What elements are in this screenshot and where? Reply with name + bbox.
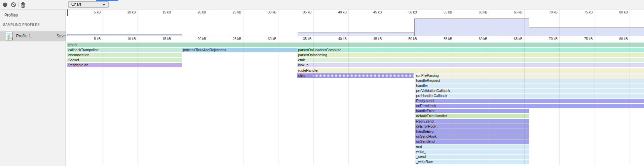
flame-bar[interactable]: lookup (297, 63, 644, 67)
flame-bar[interactable]: parserOnIncoming (297, 53, 644, 57)
flame-bar[interactable]: end (415, 144, 529, 149)
flame-bar-label: _writeRaw (416, 160, 433, 164)
ruler-tick-label: 15 kB (146, 37, 171, 41)
ruler-tick-label: 45 kB (356, 10, 382, 14)
ruler-tick-label: 75 kB (567, 37, 593, 41)
devtools-memory-panel: Chart Profiles SAMPLING PROFILES % (0, 0, 644, 166)
ruler-tick-label: 60 kB (462, 37, 487, 41)
ruler-tick-label: 5 kB (75, 37, 101, 41)
profiles-sidebar: Profiles SAMPLING PROFILES % Profile 1 S… (0, 9, 66, 166)
ruler-tick-label: 50 kB (391, 10, 417, 14)
ruler-tick-label: 70 kB (532, 37, 558, 41)
flame-bar[interactable]: emit (297, 58, 644, 62)
flame-bar[interactable]: preValidationCallback (415, 89, 644, 93)
sampling-profiles-section-label: SAMPLING PROFILES (3, 23, 40, 27)
profile-item-selected[interactable]: % Profile 1 Save (0, 31, 66, 41)
flame-bar[interactable]: handleError (415, 129, 529, 134)
ruler-tick-label: 30 kB (251, 10, 276, 14)
flame-bar[interactable]: (root) (67, 43, 644, 47)
ruler-tick-label: 45 kB (356, 37, 382, 41)
flame-bar[interactable]: child (297, 73, 414, 78)
flame-bar[interactable]: processTicksAndRejections (182, 48, 297, 52)
clear-all-button[interactable] (10, 1, 18, 8)
sidebar-divider (66, 9, 66, 166)
ruler-tick-label: 75 kB (567, 10, 593, 14)
ruler-tick-label: 10 kB (110, 37, 136, 41)
ruler-tick-label: 10 kB (110, 10, 136, 14)
chevron-down-icon (103, 4, 105, 6)
ruler-tick-label: 20 kB (181, 10, 206, 14)
heap-profile-icon: % (6, 32, 13, 42)
flame-bar-label: handleError (416, 129, 435, 133)
flame-bar[interactable]: handler (415, 84, 644, 88)
overview-window-handle[interactable] (67, 9, 68, 16)
flame-bar-label: Readable.on (68, 63, 88, 67)
flame-bar[interactable]: onErrorHook (415, 124, 529, 129)
clear-icon (10, 1, 18, 8)
flame-bar-label: end (416, 144, 422, 148)
flame-bar[interactable]: Reply.send (415, 99, 644, 103)
flame-bar[interactable]: write_ (415, 150, 529, 154)
ruler-tick-label: 40 kB (321, 37, 347, 41)
flame-bar[interactable]: onSendHook (415, 134, 529, 139)
sidebar-title: Profiles (4, 13, 18, 18)
ruler-tick-label: 80 kB (602, 10, 628, 14)
view-mode-select[interactable]: Chart (68, 1, 109, 8)
flame-bar-label: Socket (68, 58, 79, 62)
flame-bar[interactable]: onSendEnd (415, 139, 529, 144)
flame-bar[interactable]: _writeRaw (415, 160, 529, 164)
ruler-tick-label: 25 kB (216, 37, 241, 41)
flame-bar-label: write_ (416, 150, 426, 154)
ruler-tick-label: 50 kB (391, 37, 417, 41)
flame-bar[interactable]: routeHandler (297, 68, 644, 73)
flame-bar-label: handleRequest (416, 78, 440, 82)
ruler-tick-label: 35 kB (286, 37, 312, 41)
record-button[interactable] (1, 1, 9, 8)
save-profile-link[interactable]: Save (56, 34, 66, 38)
flame-bar-label: onErrorHook (416, 104, 437, 108)
flame-bar[interactable]: callbackTrampoline (67, 48, 182, 52)
flame-bar-label: Reply.send (416, 119, 434, 123)
flame-bar-label: onSendHook (416, 134, 437, 138)
flame-bar-label: handler (416, 84, 428, 88)
svg-text:%: % (10, 37, 12, 40)
flame-bar[interactable]: onErrorHook (415, 104, 644, 108)
flame-bar[interactable]: Readable.on (67, 63, 182, 67)
flame-bar[interactable]: onconnection (67, 53, 182, 57)
ruler-tick-label: 55 kB (427, 10, 452, 14)
flame-chart-pane: 5 kB10 kB15 kB20 kB25 kB30 kB35 kB40 kB4… (66, 9, 644, 166)
flame-bar-label: callbackTrampoline (68, 48, 99, 52)
flame-bar[interactable]: runPreParsing (415, 73, 644, 78)
flame-bar-label: (root) (68, 43, 77, 47)
trash-icon (19, 1, 27, 8)
delete-profile-button[interactable] (19, 1, 27, 8)
ruler-tick-label: 30 kB (251, 37, 276, 41)
flame-bar-label: handleError (416, 109, 435, 113)
flame-bar[interactable]: defaultErrorHandler (415, 114, 529, 118)
flame-bar[interactable]: _send (415, 155, 529, 159)
record-icon (1, 1, 9, 8)
ruler-tick-label: 70 kB (532, 10, 558, 14)
flame-bar-label: processTicksAndRejections (183, 48, 226, 52)
ruler-tick-label: 40 kB (321, 10, 347, 14)
flame-bar[interactable]: handleRequest (415, 78, 644, 83)
ruler-tick-label: 80 kB (602, 37, 628, 41)
flame-bar-label: parserOnIncoming (298, 53, 327, 57)
flame-bar[interactable]: Socket (67, 58, 182, 62)
flame-bar-label: routeHandler (298, 68, 318, 72)
flame-bar[interactable]: parserOnHeadersComplete (297, 48, 644, 52)
flame-bar-label: parserOnHeadersComplete (298, 48, 341, 52)
flame-bar[interactable]: preHandlerCallback (415, 94, 644, 98)
memory-overview[interactable] (66, 16, 644, 36)
flame-bar[interactable]: Reply.send (415, 119, 529, 124)
flame-bar-label: runPreParsing (416, 73, 439, 77)
ruler-tick-label: 65 kB (497, 10, 523, 14)
flame-bar-label: Reply.send (416, 99, 434, 103)
ruler-tick-label: 60 kB (462, 10, 487, 14)
ruler-tick-label: 35 kB (286, 10, 312, 14)
flame-bar-label: lookup (298, 63, 308, 67)
view-mode-value: Chart (71, 2, 81, 7)
flame-bar[interactable]: handleError (415, 109, 529, 113)
flame-bar-label: _send (416, 155, 426, 159)
ruler-tick-label: 15 kB (146, 10, 171, 14)
